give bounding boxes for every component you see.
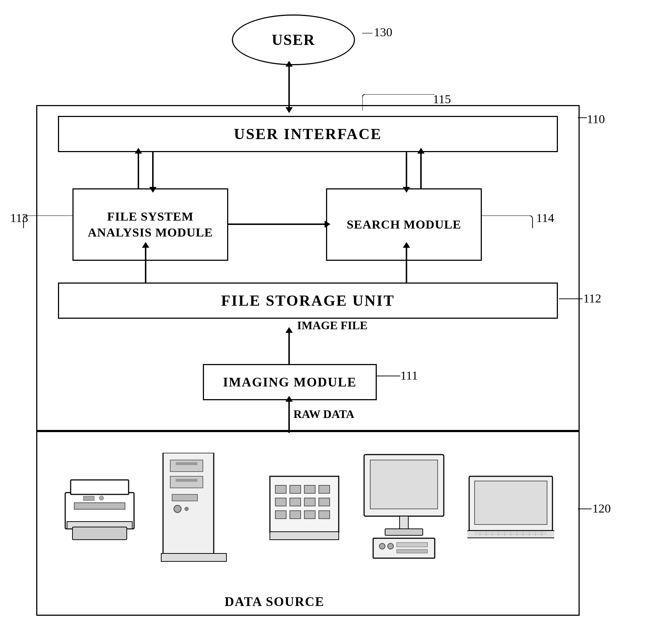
- svg-rect-9: [176, 462, 197, 465]
- diagram-container: USER — 130 115 110 USER INTERFACE FILE S…: [0, 0, 651, 644]
- tower-pc-icon: [159, 453, 246, 569]
- printer-svg: [62, 474, 138, 547]
- svg-rect-10: [170, 476, 203, 488]
- search-module-label: SEARCH MODULE: [347, 217, 461, 233]
- printer-device-icon: [62, 474, 138, 547]
- svg-rect-31: [370, 460, 438, 509]
- arrow-fsa-to-sm: [228, 223, 326, 225]
- tower-svg: [159, 453, 246, 569]
- ref-114: 114: [536, 211, 554, 225]
- svg-rect-27: [304, 511, 315, 519]
- svg-rect-22: [290, 498, 301, 506]
- imaging-module-box: IMAGING MODULE: [203, 364, 377, 400]
- arrow-sm-to-ui: [420, 152, 422, 188]
- svg-rect-26: [290, 511, 301, 519]
- file-storage-unit-box: FILE STORAGE UNIT: [58, 283, 558, 319]
- user-interface-box: USER INTERFACE: [58, 116, 558, 152]
- svg-rect-38: [397, 549, 427, 553]
- svg-rect-33: [385, 529, 423, 535]
- server-device-icon: [268, 474, 341, 547]
- arrow-ui-to-sm: [406, 152, 407, 188]
- svg-rect-23: [304, 498, 315, 506]
- svg-rect-25: [275, 511, 286, 519]
- ref-114-line: [482, 216, 536, 230]
- svg-rect-24: [319, 498, 330, 506]
- svg-point-35: [379, 543, 385, 549]
- user-interface-label: USER INTERFACE: [234, 125, 382, 143]
- ref-120: 120: [592, 502, 611, 515]
- imaging-module-label: IMAGING MODULE: [223, 375, 357, 390]
- arrow-user-system: [288, 65, 290, 109]
- ref-115-line: [362, 94, 438, 112]
- raw-data-label: RAW DATA: [293, 407, 354, 421]
- ref-113: 113: [10, 211, 28, 225]
- search-module-box: SEARCH MODULE: [326, 188, 482, 261]
- svg-rect-15: [161, 553, 226, 561]
- ref-112: 112: [583, 292, 601, 305]
- arrow-im-to-fsu: [288, 331, 290, 364]
- ref-130: — 130: [362, 25, 392, 39]
- svg-rect-11: [176, 479, 197, 482]
- arrow-ui-to-fsa: [152, 152, 154, 188]
- svg-rect-20: [319, 485, 330, 493]
- svg-rect-1: [71, 480, 129, 494]
- data-source-label: DATA SOURCE: [225, 594, 325, 609]
- svg-point-36: [388, 543, 393, 549]
- ref-110-line: [578, 114, 589, 121]
- svg-rect-8: [170, 460, 203, 472]
- svg-rect-29: [270, 532, 339, 540]
- svg-rect-40: [475, 481, 547, 524]
- svg-rect-19: [304, 485, 315, 493]
- devices-container: [51, 438, 565, 583]
- fsa-label: FILE SYSTEMANALYSIS MODULE: [88, 209, 213, 241]
- desktop-pc-icon: [362, 453, 446, 569]
- user-label: USER: [272, 31, 315, 49]
- svg-rect-37: [397, 543, 427, 547]
- svg-rect-21: [275, 498, 286, 506]
- desktop-svg: [362, 453, 446, 569]
- ref-111: 111: [400, 369, 418, 382]
- image-file-label: IMAGE FILE: [297, 319, 368, 332]
- svg-rect-4: [72, 527, 127, 540]
- svg-rect-5: [83, 496, 94, 501]
- laptop-svg: [467, 474, 554, 547]
- arrow-fsa-to-ui: [138, 152, 139, 188]
- svg-rect-28: [319, 511, 330, 519]
- arrow-fsu-to-fsa: [145, 246, 146, 283]
- svg-rect-32: [400, 516, 408, 530]
- svg-point-13: [174, 505, 181, 513]
- fsa-box: FILE SYSTEMANALYSIS MODULE: [72, 188, 228, 261]
- svg-rect-18: [290, 485, 301, 493]
- server-svg: [268, 474, 341, 547]
- user-node: USER: [232, 14, 355, 65]
- file-storage-unit-label: FILE STORAGE UNIT: [221, 292, 395, 309]
- svg-point-14: [185, 507, 188, 511]
- svg-rect-17: [275, 485, 286, 493]
- laptop-icon: [467, 474, 554, 547]
- ref-110: 110: [587, 112, 605, 126]
- svg-rect-12: [172, 494, 197, 501]
- svg-rect-2: [74, 503, 125, 509]
- svg-point-6: [99, 496, 104, 500]
- arrow-ds-to-im: [288, 400, 290, 433]
- arrow-fsu-to-sm: [406, 246, 407, 283]
